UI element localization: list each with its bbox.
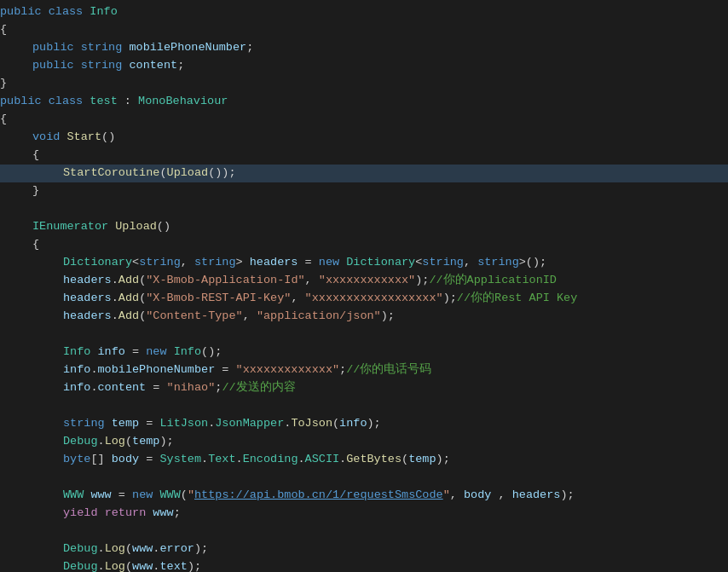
code-line: public string mobilePhoneNumber;: [0, 39, 728, 57]
code-line: WWW www = new WWW("https://api.bmob.cn/1…: [0, 487, 728, 505]
code-line: info.mobilePhoneNumber = "xxxxxxxxxxxxx"…: [0, 361, 728, 379]
code-line: public class test : MonoBehaviour: [0, 93, 728, 111]
code-line: {: [0, 111, 728, 129]
code-line: {: [0, 21, 728, 39]
code-line: void Start(): [0, 129, 728, 147]
code-line: public string content;: [0, 57, 728, 75]
code-line: {: [0, 236, 728, 254]
code-line: IEnumerator Upload(): [0, 218, 728, 236]
code-line: Debug.Log(temp);: [0, 433, 728, 451]
code-line: [0, 326, 728, 344]
code-line: [0, 469, 728, 487]
code-line: [0, 523, 728, 540]
code-line: yield return www;: [0, 505, 728, 523]
code-line: {: [0, 147, 728, 165]
code-line: Info info = new Info();: [0, 344, 728, 361]
code-line: headers.Add("Content-Type", "application…: [0, 308, 728, 326]
code-block: public class Info { public string mobile…: [0, 0, 728, 572]
code-line: Debug.Log(www.error);: [0, 540, 728, 558]
code-line: }: [0, 75, 728, 93]
code-editor: public class Info { public string mobile…: [0, 0, 728, 572]
code-line: string temp = LitJson.JsonMapper.ToJson(…: [0, 415, 728, 433]
code-line: Dictionary<string, string> headers = new…: [0, 254, 728, 272]
code-line: }: [0, 182, 728, 200]
code-line: public class Info: [0, 3, 728, 21]
code-line: [0, 397, 728, 415]
code-line: headers.Add("X-Bmob-Application-Id", "xx…: [0, 272, 728, 290]
code-line: [0, 200, 728, 218]
code-line: byte[] body = System.Text.Encoding.ASCII…: [0, 451, 728, 469]
code-line-highlighted: StartCoroutine(Upload());: [0, 165, 728, 182]
code-line: Debug.Log(www.text);: [0, 558, 728, 572]
code-line: headers.Add("X-Bmob-REST-API-Key", "xxxx…: [0, 290, 728, 308]
code-line: info.content = "nihao";//发送的内容: [0, 379, 728, 397]
